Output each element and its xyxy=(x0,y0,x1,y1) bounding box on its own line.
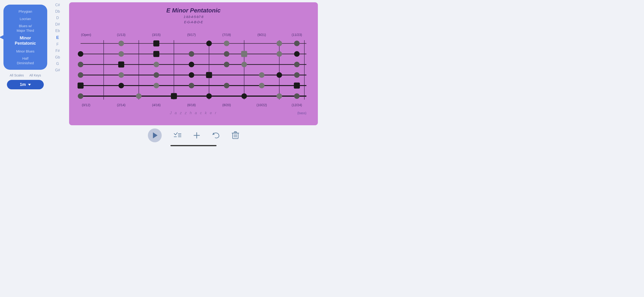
svg-text:(1/13): (1/13) xyxy=(117,33,126,36)
svg-text:(2/14): (2/14) xyxy=(117,103,126,107)
svg-point-61 xyxy=(277,41,282,46)
play-button[interactable] xyxy=(148,128,162,142)
key-d[interactable]: D xyxy=(54,15,61,21)
svg-point-39 xyxy=(259,72,264,78)
svg-point-23 xyxy=(206,93,212,99)
svg-rect-43 xyxy=(118,62,124,68)
toolbar xyxy=(69,125,318,144)
svg-rect-51 xyxy=(154,51,160,57)
diagram-title: E Minor Pentatonic 1-b3-4-5-b7-8 E-G-A-B… xyxy=(76,7,312,25)
svg-point-25 xyxy=(277,93,282,99)
home-bar xyxy=(170,145,216,146)
diagram-notes: E-G-A-B-D-E xyxy=(76,20,312,25)
svg-point-46 xyxy=(224,62,230,67)
svg-point-34 xyxy=(78,72,84,78)
time-selector[interactable]: 1m xyxy=(7,80,44,89)
svg-point-20 xyxy=(78,93,84,99)
svg-point-26 xyxy=(294,93,300,99)
svg-point-40 xyxy=(277,72,282,78)
svg-text:(5/17): (5/17) xyxy=(187,33,196,36)
scale-item-half-diminished[interactable]: HalfDiminished xyxy=(15,56,36,66)
svg-rect-58 xyxy=(154,40,160,46)
svg-point-48 xyxy=(294,62,300,67)
svg-point-55 xyxy=(277,51,282,57)
time-label: 1m xyxy=(20,82,26,87)
delete-button[interactable] xyxy=(232,131,239,140)
key-c-sharp[interactable]: C# xyxy=(53,2,62,8)
svg-point-56 xyxy=(294,51,300,57)
svg-point-24 xyxy=(242,93,247,99)
svg-text:(bass): (bass) xyxy=(297,111,306,115)
svg-text:(Open): (Open) xyxy=(81,33,91,36)
svg-point-35 xyxy=(118,72,124,78)
svg-text:(10/22): (10/22) xyxy=(256,103,267,107)
svg-point-37 xyxy=(189,72,194,78)
key-g-sharp[interactable]: G# xyxy=(53,68,62,73)
bottom-links: All Scales All Keys xyxy=(10,74,41,77)
svg-text:(8/20): (8/20) xyxy=(222,103,231,107)
svg-point-47 xyxy=(242,62,247,67)
svg-point-62 xyxy=(294,41,300,46)
key-list: C# Db D D# Eb E F F# Gb G G# xyxy=(51,0,64,148)
scale-item-minor-blues[interactable]: Minor Blues xyxy=(14,48,36,54)
svg-point-45 xyxy=(189,62,194,67)
svg-text:(11/23): (11/23) xyxy=(292,33,302,36)
svg-point-41 xyxy=(294,72,300,78)
all-keys-link[interactable]: All Keys xyxy=(29,74,41,77)
svg-text:(4/16): (4/16) xyxy=(152,103,160,107)
scale-list: Phrygian Locrian Blues w/Major Third Min… xyxy=(4,4,47,70)
sidebar: Phrygian Locrian Blues w/Major Third Min… xyxy=(0,0,51,148)
svg-point-44 xyxy=(154,62,159,67)
svg-point-59 xyxy=(206,41,212,46)
svg-text:(3/15): (3/15) xyxy=(152,33,160,36)
svg-point-30 xyxy=(189,83,194,88)
checklist-button[interactable] xyxy=(173,132,182,139)
fretboard-diagram: E Minor Pentatonic 1-b3-4-5-b7-8 E-G-A-B… xyxy=(69,2,318,125)
scale-item-locrian[interactable]: Locrian xyxy=(18,16,33,22)
svg-rect-38 xyxy=(206,72,212,78)
diagram-formula: 1-b3-4-5-b7-8 xyxy=(76,14,312,19)
svg-text:(6/18): (6/18) xyxy=(187,103,196,107)
svg-point-31 xyxy=(224,83,230,88)
chevron-down-icon xyxy=(28,84,31,86)
key-g[interactable]: G xyxy=(54,61,61,66)
svg-point-52 xyxy=(189,51,194,57)
main-content: E Minor Pentatonic 1-b3-4-5-b7-8 E-G-A-B… xyxy=(64,0,322,148)
svg-text:(7/19): (7/19) xyxy=(222,33,231,36)
svg-rect-54 xyxy=(241,51,247,57)
svg-point-36 xyxy=(154,72,159,78)
undo-button[interactable] xyxy=(212,132,220,139)
key-d-sharp[interactable]: D# xyxy=(53,22,62,27)
fretboard-svg: (Open) (1/13) (3/15) (5/17) (7/19) (9/21… xyxy=(76,26,312,122)
svg-text:(9/21): (9/21) xyxy=(258,33,266,36)
svg-rect-22 xyxy=(171,93,177,99)
key-gb[interactable]: Gb xyxy=(53,54,62,60)
diagram-scale-name: E Minor Pentatonic xyxy=(76,7,312,14)
all-scales-link[interactable]: All Scales xyxy=(10,74,24,77)
svg-text:J a z z h a c k e r: J a z z h a c k e r xyxy=(170,111,217,115)
svg-point-21 xyxy=(136,93,142,99)
scale-item-phrygian[interactable]: Phrygian xyxy=(16,9,34,14)
key-e[interactable]: E xyxy=(54,34,61,41)
svg-point-28 xyxy=(118,83,124,88)
svg-point-60 xyxy=(224,41,230,46)
svg-point-29 xyxy=(154,83,159,88)
key-eb[interactable]: Eb xyxy=(53,28,62,34)
svg-point-57 xyxy=(118,41,124,46)
key-f-sharp[interactable]: F# xyxy=(53,48,62,54)
svg-point-50 xyxy=(118,51,124,57)
key-f[interactable]: F xyxy=(54,42,61,47)
scale-item-blues-major[interactable]: Blues w/Major Third xyxy=(15,23,36,33)
play-icon xyxy=(153,132,158,138)
svg-point-53 xyxy=(224,51,230,57)
svg-rect-27 xyxy=(78,83,84,89)
svg-point-32 xyxy=(259,83,264,88)
svg-rect-33 xyxy=(294,83,300,89)
scale-item-minor-pentatonic[interactable]: MinorPentatonic xyxy=(13,35,38,47)
svg-text:(0/12): (0/12) xyxy=(82,103,90,107)
key-db[interactable]: Db xyxy=(53,9,62,14)
add-button[interactable] xyxy=(193,132,200,139)
svg-text:(12/24): (12/24) xyxy=(292,103,302,107)
svg-point-49 xyxy=(78,51,84,57)
left-arrow-icon xyxy=(0,35,4,40)
